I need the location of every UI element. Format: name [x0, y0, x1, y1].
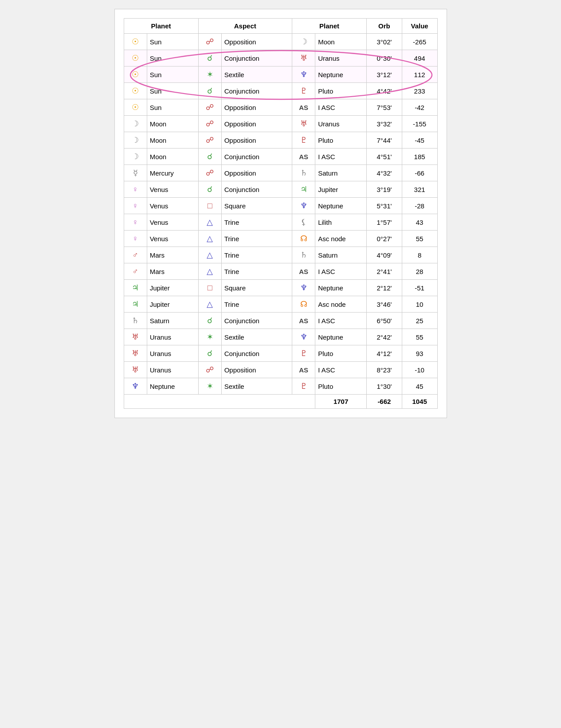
- aspect-symbol: ☍: [198, 34, 221, 50]
- orb-value: 0°27': [367, 231, 402, 247]
- col-header-aspect: Aspect: [198, 19, 292, 34]
- planet2-name: Lilith: [315, 214, 367, 231]
- planet1-symbol: ☉: [124, 67, 147, 83]
- aspect-score: -10: [402, 362, 437, 378]
- planet1-symbol: ☉: [124, 99, 147, 116]
- total-sum: 1707: [315, 395, 367, 409]
- planet1-symbol: ☽: [124, 116, 147, 132]
- aspect-symbol: △: [198, 263, 221, 280]
- col-header-planet2: Planet: [292, 19, 367, 34]
- planet2-name: I ASC: [315, 149, 367, 165]
- table-row: ☉ Sun ✶ Sextile ♆ Neptune 3°12' 112: [124, 67, 437, 83]
- aspect-symbol: ☍: [198, 165, 221, 181]
- table-row: ☉ Sun ☌ Conjunction ♇ Pluto 4°42' 233: [124, 83, 437, 99]
- aspect-score: -45: [402, 132, 437, 149]
- planet1-symbol: ♀: [124, 214, 147, 231]
- planet1-name: Jupiter: [147, 296, 198, 313]
- planet2-symbol: ♇: [292, 345, 315, 362]
- table-row: ♂ Mars △ Trine AS I ASC 2°41' 28: [124, 263, 437, 280]
- planet1-symbol: ☉: [124, 83, 147, 99]
- orb-value: 2°41': [367, 263, 402, 280]
- orb-value: 3°46': [367, 296, 402, 313]
- planet1-symbol: ♅: [124, 329, 147, 345]
- aspect-symbol: ☌: [198, 50, 221, 67]
- aspect-score: -42: [402, 99, 437, 116]
- planet2-name: Asc node: [315, 231, 367, 247]
- planet2-name: Neptune: [315, 329, 367, 345]
- table-row: ♃ Jupiter △ Trine ☊ Asc node 3°46' 10: [124, 296, 437, 313]
- orb-value: 1°30': [367, 378, 402, 395]
- aspect-symbol: ✶: [198, 378, 221, 395]
- planet2-symbol: ☊: [292, 296, 315, 313]
- orb-value: 3°32': [367, 116, 402, 132]
- planet2-name: Saturn: [315, 247, 367, 263]
- planet2-symbol: ♃: [292, 181, 315, 198]
- aspect-symbol: ☌: [198, 149, 221, 165]
- col-header-orb: Orb: [367, 19, 402, 34]
- planet1-name: Venus: [147, 181, 198, 198]
- aspect-score: -51: [402, 280, 437, 296]
- aspect-symbol: ☌: [198, 83, 221, 99]
- table-row: ♀ Venus △ Trine ⚸ Lilith 1°57' 43: [124, 214, 437, 231]
- aspect-score: -155: [402, 116, 437, 132]
- planet2-symbol: ☽: [292, 34, 315, 50]
- planet1-symbol: ♆: [124, 378, 147, 395]
- aspect-name: Square: [221, 198, 292, 214]
- aspect-name: Opposition: [221, 362, 292, 378]
- planet2-name: Moon: [315, 34, 367, 50]
- planet2-name: Uranus: [315, 50, 367, 67]
- planet1-symbol: ☉: [124, 34, 147, 50]
- aspect-symbol: □: [198, 280, 221, 296]
- planet1-name: Uranus: [147, 329, 198, 345]
- planet2-name: Pluto: [315, 378, 367, 395]
- aspect-score: -265: [402, 34, 437, 50]
- aspect-name: Trine: [221, 263, 292, 280]
- table-row: ♅ Uranus ✶ Sextile ♆ Neptune 2°42' 55: [124, 329, 437, 345]
- orb-value: 4°42': [367, 83, 402, 99]
- planet2-symbol: AS: [292, 313, 315, 329]
- planet2-symbol: ⚸: [292, 214, 315, 231]
- planet2-symbol: AS: [292, 99, 315, 116]
- planet2-symbol: ♄: [292, 165, 315, 181]
- planet2-symbol: AS: [292, 149, 315, 165]
- aspect-name: Opposition: [221, 132, 292, 149]
- aspect-symbol: △: [198, 231, 221, 247]
- aspect-name: Sextile: [221, 67, 292, 83]
- aspect-symbol: ☍: [198, 99, 221, 116]
- planet1-symbol: ♅: [124, 362, 147, 378]
- planet1-symbol: ☿: [124, 165, 147, 181]
- planet2-symbol: ♆: [292, 329, 315, 345]
- planet1-name: Sun: [147, 99, 198, 116]
- planet1-name: Sun: [147, 67, 198, 83]
- aspect-symbol: ☍: [198, 132, 221, 149]
- aspect-symbol: ☌: [198, 345, 221, 362]
- table-row: ♀ Venus ☌ Conjunction ♃ Jupiter 3°19' 32…: [124, 181, 437, 198]
- planet1-name: Moon: [147, 132, 198, 149]
- planet1-name: Venus: [147, 198, 198, 214]
- planet1-name: Uranus: [147, 345, 198, 362]
- aspect-score: 55: [402, 329, 437, 345]
- col-header-planet1: Planet: [124, 19, 198, 34]
- aspect-name: Sextile: [221, 378, 292, 395]
- aspect-score: 10: [402, 296, 437, 313]
- planet1-name: Mercury: [147, 165, 198, 181]
- aspect-score: -28: [402, 198, 437, 214]
- planet1-symbol: ☉: [124, 50, 147, 67]
- table-row: ☽ Moon ☌ Conjunction AS I ASC 4°51' 185: [124, 149, 437, 165]
- table-row: ♄ Saturn ☌ Conjunction AS I ASC 6°50' 25: [124, 313, 437, 329]
- planet1-name: Venus: [147, 231, 198, 247]
- orb-value: 4°32': [367, 165, 402, 181]
- orb-value: 8°23': [367, 362, 402, 378]
- table-row: ♃ Jupiter □ Square ♆ Neptune 2°12' -51: [124, 280, 437, 296]
- planet2-symbol: ♅: [292, 50, 315, 67]
- orb-value: 7°44': [367, 132, 402, 149]
- planet1-symbol: ♂: [124, 263, 147, 280]
- planet1-name: Sun: [147, 83, 198, 99]
- planet2-name: I ASC: [315, 313, 367, 329]
- aspect-name: Trine: [221, 247, 292, 263]
- orb-value: 3°12': [367, 67, 402, 83]
- aspect-score: 93: [402, 345, 437, 362]
- planet2-symbol: ♅: [292, 116, 315, 132]
- aspect-name: Opposition: [221, 165, 292, 181]
- aspect-symbol: △: [198, 296, 221, 313]
